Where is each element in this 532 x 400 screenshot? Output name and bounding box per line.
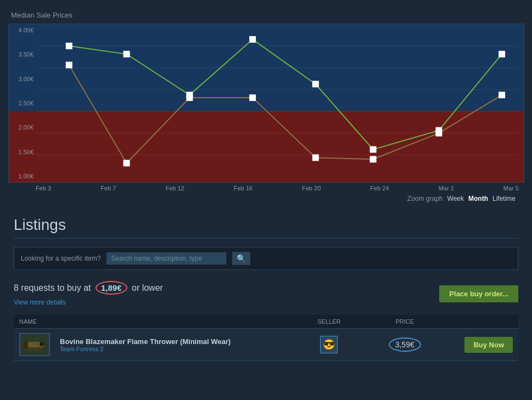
- svg-rect-9: [24, 341, 28, 348]
- x-label-7: Mar 1: [439, 185, 454, 191]
- brown-point-1: [66, 62, 72, 69]
- seller-avatar[interactable]: 😎: [320, 336, 338, 353]
- brown-point-3: [186, 94, 193, 101]
- chart-wrapper: 4.00€ 3.50€ 3.00€ 2.50€ 2.00€ 1.50€ 1.00…: [8, 24, 524, 183]
- chart-title: Median Sale Prices: [8, 11, 524, 19]
- search-label: Looking for a specific item?: [21, 255, 100, 262]
- buy-now-button[interactable]: Buy Now: [464, 337, 513, 353]
- item-text: Bovine Blazemaker Flame Thrower (Minimal…: [60, 337, 231, 352]
- zoom-week-button[interactable]: Week: [447, 195, 464, 202]
- search-row: Looking for a specific item? 🔍: [14, 247, 518, 270]
- green-point-2: [124, 51, 130, 58]
- buy-price-circle: 1,89€: [96, 281, 127, 295]
- listings-section: Listings Looking for a specific item? 🔍 …: [8, 211, 524, 361]
- buy-order-prefix: 8 requests to buy at: [14, 283, 91, 292]
- x-label-6: Feb 24: [370, 185, 389, 191]
- item-name-cell: Bovine Blazemaker Flame Thrower (Minimal…: [14, 329, 291, 361]
- item-name[interactable]: Bovine Blazemaker Flame Thrower (Minimal…: [60, 337, 231, 346]
- brown-point-2: [124, 160, 130, 166]
- x-label-4: Feb 16: [234, 185, 253, 191]
- table-body: Bovine Blazemaker Flame Thrower (Minimal…: [14, 329, 518, 361]
- brown-point-4: [249, 94, 256, 101]
- x-label-2: Feb 7: [100, 185, 116, 191]
- buy-order-suffix: or lower: [132, 283, 163, 292]
- table-row: Bovine Blazemaker Flame Thrower (Minimal…: [14, 329, 518, 361]
- col-header-seller: SELLER: [291, 315, 367, 329]
- col-header-price: PRICE: [367, 315, 443, 329]
- green-point-8: [499, 51, 505, 58]
- col-header-name: NAME: [14, 315, 291, 329]
- main-container: Median Sale Prices 4.00€ 3.50€ 3.00€ 2.5…: [0, 0, 532, 367]
- brown-point-5: [312, 154, 319, 161]
- item-game[interactable]: Team Fortress 2: [60, 346, 231, 352]
- place-buy-order-button[interactable]: Place buy order...: [439, 285, 518, 302]
- item-price: 3,59€: [389, 337, 421, 352]
- chart-section: Median Sale Prices 4.00€ 3.50€ 3.00€ 2.5…: [8, 5, 524, 211]
- search-button[interactable]: 🔍: [232, 252, 250, 265]
- svg-point-10: [40, 342, 44, 346]
- action-cell: Buy Now: [443, 329, 518, 361]
- chart-svg: [9, 24, 524, 182]
- search-input[interactable]: [106, 252, 227, 265]
- listings-title: Listings: [14, 216, 518, 239]
- buy-order-bar: 8 requests to buy at 1,89€ or lower View…: [14, 278, 518, 309]
- chart-x-labels: Feb 3 Feb 7 Feb 12 Feb 16 Feb 20 Feb 24 …: [8, 183, 524, 191]
- view-more-link[interactable]: View more details: [14, 298, 66, 306]
- zoom-label: Zoom graph: [407, 195, 443, 202]
- zoom-controls: Zoom graph Week Month Lifetime: [8, 191, 524, 208]
- x-label-1: Feb 3: [36, 185, 51, 191]
- x-label-3: Feb 12: [165, 185, 184, 191]
- table-header: NAME SELLER PRICE: [14, 315, 518, 329]
- buy-order-line: 8 requests to buy at 1,89€ or lower: [14, 281, 163, 295]
- green-point-1: [66, 43, 72, 49]
- listings-table: NAME SELLER PRICE: [14, 315, 518, 361]
- brown-point-7: [435, 130, 442, 137]
- green-point-4: [249, 36, 256, 43]
- green-point-5: [312, 81, 319, 87]
- zoom-month-button[interactable]: Month: [468, 195, 488, 202]
- price-cell: 3,59€: [367, 329, 443, 361]
- x-label-5: Feb 20: [302, 185, 321, 191]
- brown-point-8: [499, 92, 505, 98]
- x-label-8: Mar 5: [503, 185, 519, 191]
- item-thumb-img: [21, 334, 48, 355]
- buy-order-info: 8 requests to buy at 1,89€ or lower View…: [14, 281, 163, 307]
- col-header-action: [443, 315, 518, 329]
- zoom-lifetime-button[interactable]: Lifetime: [492, 195, 516, 202]
- seller-cell: 😎: [291, 329, 367, 361]
- item-info: Bovine Blazemaker Flame Thrower (Minimal…: [19, 333, 285, 356]
- item-thumbnail: [19, 333, 50, 356]
- green-point-6: [370, 146, 377, 153]
- brown-point-6: [370, 156, 377, 162]
- item-icon: [21, 334, 48, 355]
- brown-price-line: [69, 65, 502, 163]
